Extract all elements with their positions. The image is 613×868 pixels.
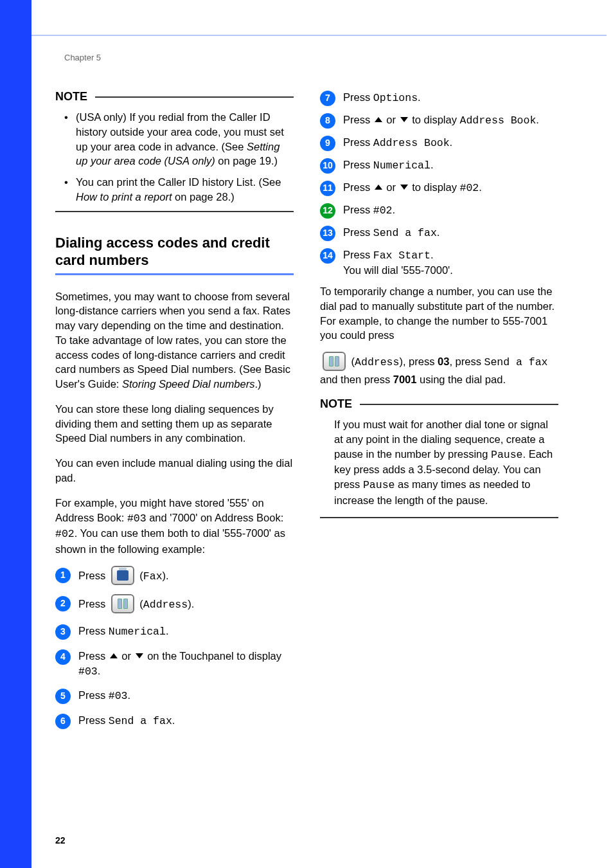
step-13: 13 Press Send a fax. [320,225,558,241]
note-list: (USA only) If you redial from the Caller… [55,110,294,204]
address-icon [323,352,346,371]
para-3: You can even include manual dialing usin… [55,456,294,485]
note2-heading-rule [360,404,558,405]
chevron-up-icon [375,185,382,190]
chevron-down-icon [136,653,143,658]
para-2: You can store these long dialing sequenc… [55,402,294,446]
step-number-12: 12 [320,203,335,219]
step-number-2: 2 [55,596,71,611]
chevron-down-icon [400,185,408,190]
note-item-1: (USA only) If you redial from the Caller… [67,110,294,168]
side-stripe [0,0,31,868]
page-number: 22 [55,835,66,845]
step-5: 5 Press #03. [55,688,294,704]
step-4: 4 Press or on the Touchpanel to display … [55,649,294,679]
step-number-9: 9 [320,136,335,151]
note2-end-rule [320,517,558,518]
step-3: 3 Press Numerical. [55,624,294,640]
para-4: For example, you might have stored '555'… [55,496,294,557]
step-number-13: 13 [320,226,335,241]
step-number-11: 11 [320,181,335,196]
step-9: 9 Press Address Book. [320,135,558,151]
right-column: 7 Press Options. 8 Press or to display A… [320,90,558,518]
chevron-down-icon [400,117,408,122]
note-end-rule [55,211,294,212]
section-rule [55,273,294,275]
tail-para-2: (Address), press 03, press Send a fax an… [320,353,558,387]
step-14: 14 Press Fax Start. You will dial '555-7… [320,248,558,278]
step-8: 8 Press or to display Address Book. [320,113,558,129]
step-12: 12 Press #02. [320,203,558,219]
tail-para: To temporarily change a number, you can … [320,284,558,343]
fax-icon [111,566,134,585]
address-icon [111,594,134,613]
note2-body: If you must wait for another dial tone o… [320,417,558,508]
step-11: 11 Press or to display #02. [320,180,558,196]
chevron-up-icon [110,653,118,658]
step-10: 10 Press Numerical. [320,158,558,174]
step-number-1: 1 [55,568,71,583]
chapter-label: Chapter 5 [64,53,101,62]
note2-heading-text: NOTE [320,397,352,411]
step-number-5: 5 [55,689,71,704]
step-1: 1 Press (Fax). [55,567,294,586]
step-number-7: 7 [320,91,335,106]
top-margin [31,0,613,35]
step-number-10: 10 [320,158,335,174]
chevron-up-icon [375,117,382,122]
header-rule [31,35,607,36]
para-1: Sometimes, you may want to choose from s… [55,289,294,392]
step-6: 6 Press Send a fax. [55,713,294,729]
step-number-8: 8 [320,113,335,129]
step-7: 7 Press Options. [320,90,558,106]
note-item-2: You can print the Caller ID history List… [67,175,294,204]
section-heading: Dialing access codes and credit card num… [55,234,294,269]
note-heading-rule [95,96,294,98]
step-number-4: 4 [55,649,71,665]
step-number-6: 6 [55,714,71,729]
note-heading-text: NOTE [55,90,87,104]
step-2: 2 Press (Address). [55,595,294,615]
note-heading: NOTE [55,90,294,104]
step-number-14: 14 [320,248,335,264]
step-number-3: 3 [55,624,71,640]
left-column: NOTE (USA only) If you redial from the C… [55,90,294,738]
note2-heading: NOTE [320,397,558,411]
